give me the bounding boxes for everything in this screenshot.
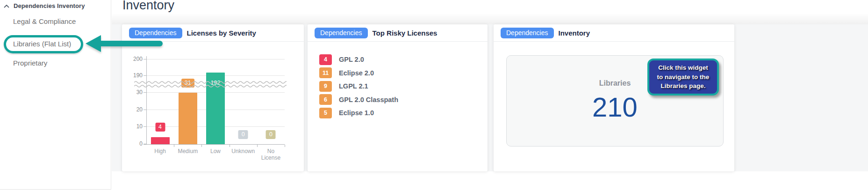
- sidebar: Dependencies Inventory Legal & Complianc…: [0, 0, 111, 190]
- sidebar-item-proprietary[interactable]: Proprietary: [13, 59, 47, 68]
- license-row[interactable]: 5Eclipse 1.0: [319, 107, 481, 118]
- chevron-up-icon: [4, 4, 9, 8]
- card-top-risky-licenses: Dependencies Top Risky Licenses 4GPL 2.0…: [308, 24, 488, 171]
- y-axis-label: 20: [124, 106, 143, 113]
- y-tick: [143, 126, 146, 127]
- y-tick: [143, 92, 146, 93]
- y-tick: [143, 110, 146, 110]
- license-row[interactable]: 6GPL 2.0 Classpath: [319, 94, 481, 105]
- bar-value-label: 4: [155, 123, 165, 132]
- y-axis-label: 190: [124, 72, 143, 79]
- app-root: Dependencies Inventory Legal & Complianc…: [0, 0, 868, 191]
- y-gridline: [147, 59, 285, 59]
- sidebar-item-libraries-flat-list[interactable]: Libraries (Flat List): [13, 40, 71, 49]
- card-header: Dependencies Inventory: [494, 24, 734, 42]
- x-tick: [201, 145, 202, 147]
- y-axis-label: 30: [124, 89, 143, 96]
- tooltip-line: Libraries page.: [660, 81, 705, 91]
- x-axis-label: Medium: [174, 148, 202, 154]
- x-axis-label: High: [146, 148, 174, 154]
- card-header: Dependencies Licenses by Severity: [122, 24, 304, 42]
- license-count-badge: 5: [319, 108, 332, 118]
- sidebar-bottom-divider: [0, 189, 111, 190]
- y-axis-line: [146, 56, 147, 144]
- card-title: Top Risky Licenses: [373, 29, 438, 37]
- card-licenses-by-severity: Dependencies Licenses by Severity 010203…: [122, 24, 304, 171]
- x-axis-label: Unknown: [229, 148, 257, 154]
- annotation-tooltip: Click this widget to navigate to the Lib…: [647, 59, 719, 96]
- y-tick: [143, 75, 146, 76]
- dependencies-badge: Dependencies: [501, 28, 554, 38]
- bar-value-label: 0: [238, 130, 248, 140]
- x-tick: [285, 145, 285, 147]
- x-tick: [230, 145, 230, 147]
- card-title: Licenses by Severity: [187, 29, 256, 37]
- sidebar-section-header[interactable]: Dependencies Inventory: [4, 2, 85, 9]
- dependencies-badge: Dependencies: [129, 28, 182, 38]
- license-name: GPL 2.0 Classpath: [339, 96, 398, 103]
- bar-medium[interactable]: [179, 93, 197, 144]
- x-tick: [174, 145, 174, 147]
- license-count-badge: 11: [319, 67, 332, 78]
- widget-cards-row: Dependencies Licenses by Severity 010203…: [122, 24, 734, 171]
- license-row[interactable]: 11Eclipse 2.0: [319, 67, 481, 79]
- license-row[interactable]: 9LGPL 2.1: [319, 81, 481, 92]
- license-name: LGPL 2.1: [339, 82, 368, 90]
- y-tick: [143, 144, 146, 144]
- card-header: Dependencies Top Risky Licenses: [308, 24, 488, 42]
- tooltip-line: Click this widget: [658, 63, 708, 73]
- axis-break-squiggle: [134, 80, 287, 90]
- x-axis-line: [143, 144, 285, 145]
- license-count-badge: 9: [319, 81, 332, 92]
- header-scroll-shadow: [112, 13, 868, 24]
- card-inventory: Dependencies Inventory Libraries 210 Cli…: [494, 24, 734, 171]
- license-count-badge: 6: [319, 94, 332, 105]
- y-axis-label: 10: [124, 123, 143, 130]
- x-tick: [257, 145, 258, 147]
- page-title: Inventory: [122, 0, 174, 13]
- sidebar-section-title: Dependencies Inventory: [14, 2, 85, 9]
- bar-high[interactable]: [151, 137, 170, 144]
- x-axis-label: No License: [257, 148, 285, 162]
- dependencies-badge: Dependencies: [315, 28, 368, 38]
- severity-bar-chart: 01020301902004High31Medium192Low0Unknown…: [146, 52, 285, 144]
- card-title: Inventory: [559, 29, 590, 37]
- license-count-badge: 4: [319, 54, 332, 65]
- y-axis-label: 200: [124, 56, 143, 62]
- y-axis-label: 0: [124, 140, 143, 147]
- libraries-count-value: 210: [507, 93, 723, 122]
- license-name: GPL 2.0: [339, 56, 364, 63]
- license-row[interactable]: 4GPL 2.0: [319, 54, 481, 65]
- license-name: Eclipse 2.0: [339, 69, 374, 77]
- sidebar-item-legal-compliance[interactable]: Legal & Compliance: [13, 17, 76, 27]
- y-tick: [143, 59, 146, 59]
- x-axis-label: Low: [201, 148, 230, 154]
- risky-license-list: 4GPL 2.011Eclipse 2.09LGPL 2.16GPL 2.0 C…: [319, 54, 481, 121]
- license-name: Eclipse 1.0: [339, 109, 374, 117]
- bar-value-label: 0: [266, 130, 276, 140]
- tooltip-line: to navigate to the: [657, 73, 710, 82]
